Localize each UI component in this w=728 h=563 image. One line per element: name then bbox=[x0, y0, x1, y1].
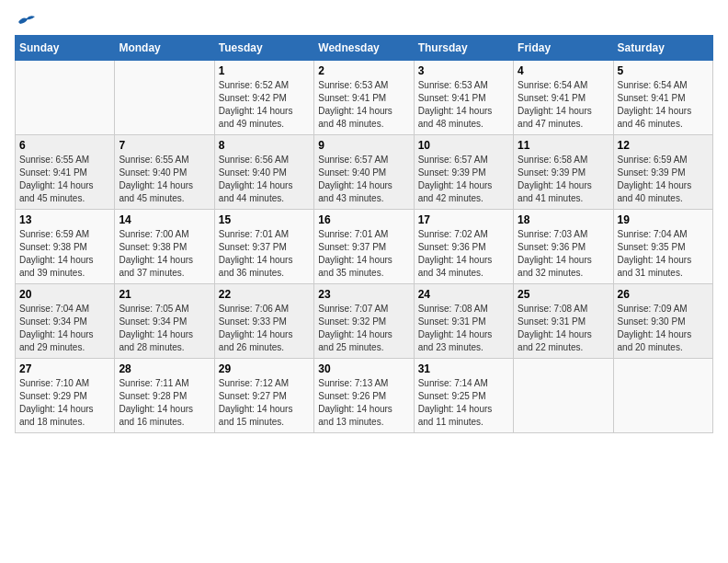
cell-sunset: Sunset: 9:38 PM bbox=[119, 242, 187, 252]
day-number: 12 bbox=[618, 139, 709, 152]
cell-sunrise: Sunrise: 7:09 AM bbox=[618, 304, 688, 314]
cell-sunset: Sunset: 9:34 PM bbox=[119, 316, 187, 327]
cell-sunrise: Sunrise: 7:04 AM bbox=[618, 229, 688, 239]
calendar-cell: 28 Sunrise: 7:11 AM Sunset: 9:28 PM Dayl… bbox=[115, 359, 214, 433]
cell-daylight: Daylight: 14 hours and 11 minutes. bbox=[418, 404, 493, 427]
cell-sunrise: Sunrise: 7:03 AM bbox=[518, 229, 587, 239]
day-number: 25 bbox=[518, 288, 609, 301]
cell-sunrise: Sunrise: 6:59 AM bbox=[618, 155, 688, 165]
calendar-cell: 24 Sunrise: 7:08 AM Sunset: 9:31 PM Dayl… bbox=[414, 284, 513, 359]
cell-sunset: Sunset: 9:25 PM bbox=[418, 391, 486, 401]
cell-daylight: Daylight: 14 hours and 34 minutes. bbox=[418, 255, 493, 278]
day-number: 18 bbox=[518, 213, 609, 226]
cell-sunset: Sunset: 9:40 PM bbox=[219, 167, 287, 178]
cell-sunset: Sunset: 9:36 PM bbox=[518, 242, 586, 252]
calendar-cell bbox=[16, 61, 115, 135]
cell-sunset: Sunset: 9:40 PM bbox=[119, 167, 187, 178]
calendar-cell bbox=[115, 61, 214, 135]
cell-sunset: Sunset: 9:29 PM bbox=[19, 391, 87, 401]
cell-sunrise: Sunrise: 6:55 AM bbox=[19, 155, 89, 165]
cell-sunrise: Sunrise: 6:57 AM bbox=[318, 155, 388, 165]
cell-sunset: Sunset: 9:36 PM bbox=[418, 242, 486, 252]
cell-sunset: Sunset: 9:35 PM bbox=[618, 242, 686, 252]
day-number: 16 bbox=[318, 213, 409, 226]
calendar-header-row: SundayMondayTuesdayWednesdayThursdayFrid… bbox=[16, 36, 713, 61]
day-number: 11 bbox=[518, 139, 609, 152]
logo-bird-icon bbox=[17, 15, 37, 29]
cell-sunrise: Sunrise: 6:53 AM bbox=[418, 80, 488, 90]
cell-sunrise: Sunrise: 7:12 AM bbox=[219, 378, 289, 388]
day-number: 3 bbox=[418, 64, 509, 77]
cell-sunrise: Sunrise: 6:52 AM bbox=[219, 80, 289, 90]
cell-sunset: Sunset: 9:33 PM bbox=[219, 316, 287, 327]
calendar-cell: 6 Sunrise: 6:55 AM Sunset: 9:41 PM Dayli… bbox=[16, 135, 115, 210]
calendar-week-row: 13 Sunrise: 6:59 AM Sunset: 9:38 PM Dayl… bbox=[16, 210, 713, 284]
cell-daylight: Daylight: 14 hours and 25 minutes. bbox=[318, 329, 392, 352]
calendar-cell: 27 Sunrise: 7:10 AM Sunset: 9:29 PM Dayl… bbox=[16, 359, 115, 433]
day-number: 27 bbox=[19, 362, 110, 375]
cell-sunset: Sunset: 9:39 PM bbox=[618, 167, 686, 178]
cell-sunrise: Sunrise: 7:04 AM bbox=[19, 304, 89, 314]
day-number: 5 bbox=[618, 64, 709, 77]
header-friday: Friday bbox=[514, 36, 613, 61]
cell-daylight: Daylight: 14 hours and 13 minutes. bbox=[318, 404, 392, 427]
day-number: 20 bbox=[19, 288, 110, 301]
cell-daylight: Daylight: 14 hours and 20 minutes. bbox=[618, 329, 692, 352]
cell-sunset: Sunset: 9:37 PM bbox=[219, 242, 287, 252]
calendar-cell: 1 Sunrise: 6:52 AM Sunset: 9:42 PM Dayli… bbox=[214, 61, 313, 135]
cell-sunrise: Sunrise: 7:00 AM bbox=[119, 229, 188, 239]
calendar-cell: 14 Sunrise: 7:00 AM Sunset: 9:38 PM Dayl… bbox=[115, 210, 214, 284]
cell-sunset: Sunset: 9:34 PM bbox=[19, 316, 87, 327]
cell-daylight: Daylight: 14 hours and 31 minutes. bbox=[618, 255, 692, 278]
cell-sunset: Sunset: 9:40 PM bbox=[318, 167, 386, 178]
calendar-cell: 8 Sunrise: 6:56 AM Sunset: 9:40 PM Dayli… bbox=[214, 135, 313, 210]
cell-sunset: Sunset: 9:41 PM bbox=[618, 93, 686, 103]
cell-sunrise: Sunrise: 7:07 AM bbox=[318, 304, 388, 314]
cell-sunrise: Sunrise: 7:05 AM bbox=[119, 304, 188, 314]
cell-sunset: Sunset: 9:32 PM bbox=[318, 316, 386, 327]
cell-sunrise: Sunrise: 7:02 AM bbox=[418, 229, 488, 239]
cell-sunset: Sunset: 9:42 PM bbox=[219, 93, 287, 103]
calendar-cell: 7 Sunrise: 6:55 AM Sunset: 9:40 PM Dayli… bbox=[115, 135, 214, 210]
header-thursday: Thursday bbox=[414, 36, 513, 61]
calendar-cell: 23 Sunrise: 7:07 AM Sunset: 9:32 PM Dayl… bbox=[314, 284, 414, 359]
cell-daylight: Daylight: 14 hours and 16 minutes. bbox=[119, 404, 193, 427]
cell-sunset: Sunset: 9:41 PM bbox=[518, 93, 586, 103]
cell-daylight: Daylight: 14 hours and 36 minutes. bbox=[219, 255, 293, 278]
calendar-cell: 3 Sunrise: 6:53 AM Sunset: 9:41 PM Dayli… bbox=[414, 61, 513, 135]
cell-daylight: Daylight: 14 hours and 22 minutes. bbox=[518, 329, 592, 352]
day-number: 8 bbox=[219, 139, 310, 152]
calendar-week-row: 27 Sunrise: 7:10 AM Sunset: 9:29 PM Dayl… bbox=[16, 359, 713, 433]
cell-daylight: Daylight: 14 hours and 29 minutes. bbox=[19, 329, 94, 352]
cell-sunrise: Sunrise: 7:06 AM bbox=[219, 304, 289, 314]
header-monday: Monday bbox=[115, 36, 214, 61]
calendar-cell: 12 Sunrise: 6:59 AM Sunset: 9:39 PM Dayl… bbox=[613, 135, 712, 210]
cell-daylight: Daylight: 14 hours and 28 minutes. bbox=[119, 329, 193, 352]
day-number: 6 bbox=[19, 139, 110, 152]
cell-sunrise: Sunrise: 6:59 AM bbox=[19, 229, 89, 239]
cell-sunrise: Sunrise: 7:10 AM bbox=[19, 378, 89, 388]
cell-daylight: Daylight: 14 hours and 44 minutes. bbox=[219, 180, 293, 203]
calendar-cell: 16 Sunrise: 7:01 AM Sunset: 9:37 PM Dayl… bbox=[314, 210, 414, 284]
calendar-cell: 18 Sunrise: 7:03 AM Sunset: 9:36 PM Dayl… bbox=[514, 210, 613, 284]
cell-sunset: Sunset: 9:41 PM bbox=[418, 93, 486, 103]
cell-sunrise: Sunrise: 6:55 AM bbox=[119, 155, 188, 165]
day-number: 13 bbox=[19, 213, 110, 226]
cell-sunrise: Sunrise: 7:08 AM bbox=[518, 304, 587, 314]
cell-daylight: Daylight: 14 hours and 45 minutes. bbox=[119, 180, 193, 203]
cell-sunset: Sunset: 9:41 PM bbox=[318, 93, 386, 103]
day-number: 9 bbox=[318, 139, 409, 152]
cell-sunrise: Sunrise: 6:54 AM bbox=[618, 80, 688, 90]
cell-daylight: Daylight: 14 hours and 15 minutes. bbox=[219, 404, 293, 427]
calendar-cell: 30 Sunrise: 7:13 AM Sunset: 9:26 PM Dayl… bbox=[314, 359, 414, 433]
cell-daylight: Daylight: 14 hours and 26 minutes. bbox=[219, 329, 293, 352]
day-number: 7 bbox=[119, 139, 210, 152]
cell-sunrise: Sunrise: 7:13 AM bbox=[318, 378, 388, 388]
day-number: 21 bbox=[119, 288, 210, 301]
calendar-week-row: 6 Sunrise: 6:55 AM Sunset: 9:41 PM Dayli… bbox=[16, 135, 713, 210]
day-number: 14 bbox=[119, 213, 210, 226]
cell-sunset: Sunset: 9:37 PM bbox=[318, 242, 386, 252]
logo bbox=[15, 15, 37, 26]
cell-daylight: Daylight: 14 hours and 18 minutes. bbox=[19, 404, 94, 427]
cell-daylight: Daylight: 14 hours and 32 minutes. bbox=[518, 255, 592, 278]
